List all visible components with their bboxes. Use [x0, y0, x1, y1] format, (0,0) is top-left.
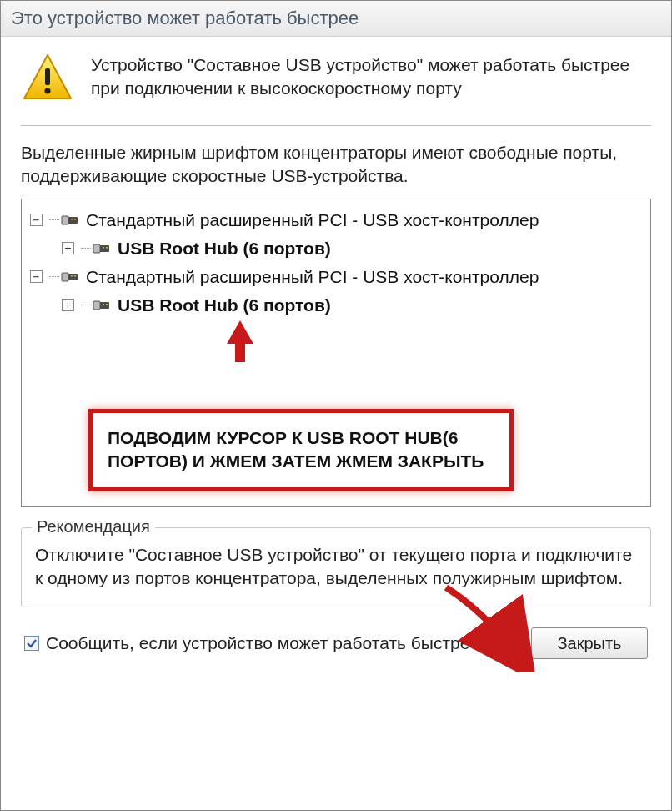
tree-row[interactable]: + USB Root Hub (6 портов) [25, 291, 647, 320]
tree-item-label: USB Root Hub (6 портов) [118, 295, 331, 315]
svg-rect-13 [74, 275, 76, 277]
svg-rect-9 [106, 247, 108, 249]
svg-rect-17 [106, 304, 108, 305]
svg-rect-16 [103, 304, 104, 305]
dialog-content: Устройство "Составное USB устройство" мо… [1, 37, 671, 678]
window-title: Это устройство может работать быстрее [11, 8, 359, 28]
svg-rect-4 [71, 219, 73, 220]
tree-item-label: Стандартный расширенный PCI - USB хост-к… [86, 210, 539, 230]
header-row: Устройство "Составное USB устройство" мо… [21, 52, 651, 126]
close-button[interactable]: Закрыть [531, 627, 648, 659]
titlebar: Это устройство может работать быстрее [1, 1, 671, 37]
tree-row[interactable]: − Стандартный расширенный PCI - USB хост… [25, 206, 647, 234]
svg-rect-0 [45, 68, 50, 85]
notify-checkbox-label: Сообщить, если устройство может работать… [46, 633, 479, 653]
svg-rect-11 [68, 274, 78, 280]
tree-item-label: USB Root Hub (6 портов) [118, 239, 331, 259]
recommendation-label: Рекомендация [32, 517, 155, 536]
expand-toggle[interactable]: + [62, 299, 74, 311]
svg-rect-6 [93, 244, 100, 253]
svg-marker-18 [227, 320, 253, 362]
tree-row[interactable]: − Стандартный расширенный PCI - USB хост… [25, 263, 647, 291]
instruction-text: Выделенные жирным шрифтом концентраторы … [21, 141, 651, 189]
recommendation-group: Рекомендация Отключите "Составное USB ус… [21, 527, 651, 608]
svg-rect-7 [100, 245, 109, 252]
svg-rect-5 [74, 219, 76, 220]
annotation-callout: ПОДВОДИМ КУРСОР К USB ROOT HUB(6 ПОРТОВ)… [88, 409, 514, 491]
header-message: Устройство "Составное USB устройство" мо… [91, 52, 651, 101]
svg-rect-3 [68, 217, 78, 224]
expand-toggle[interactable]: + [62, 242, 74, 254]
tree-row[interactable]: + USB Root Hub (6 портов) [25, 234, 647, 263]
dialog-window: Это устройство может работать быстрее [0, 0, 672, 811]
notify-checkbox-wrap[interactable]: Сообщить, если устройство может работать… [24, 633, 479, 653]
device-tree[interactable]: − Стандартный расширенный PCI - USB хост… [21, 199, 651, 507]
annotation-callout-text: ПОДВОДИМ КУРСОР К USB ROOT HUB(6 ПОРТОВ)… [108, 426, 494, 474]
svg-point-1 [44, 88, 50, 93]
recommendation-text: Отключите "Составное USB устройство" от … [35, 543, 637, 591]
expand-toggle[interactable]: − [30, 214, 43, 226]
annotation-arrow-up-icon [223, 320, 257, 362]
notify-checkbox[interactable] [24, 636, 39, 651]
tree-item-label: Стандартный расширенный PCI - USB хост-к… [86, 267, 539, 287]
svg-rect-2 [62, 216, 68, 224]
svg-rect-14 [93, 301, 100, 310]
svg-rect-10 [62, 273, 68, 281]
svg-rect-12 [71, 275, 73, 277]
warning-icon [21, 52, 74, 105]
svg-rect-8 [103, 247, 104, 249]
dialog-footer: Сообщить, если устройство может работать… [21, 627, 651, 667]
expand-toggle[interactable]: − [30, 270, 43, 283]
svg-rect-15 [100, 302, 109, 309]
